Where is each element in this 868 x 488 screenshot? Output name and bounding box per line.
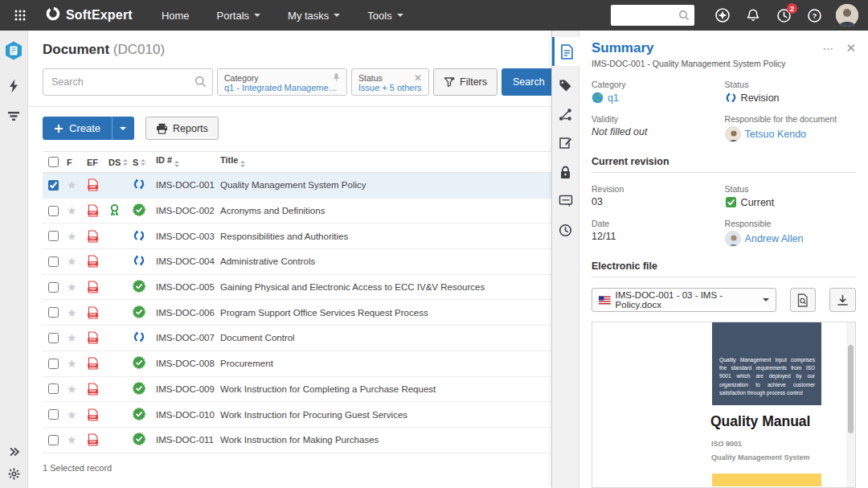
row-checkbox[interactable]	[48, 256, 59, 267]
pdf-file-icon[interactable]: PDF	[87, 331, 108, 344]
filter-lines-icon[interactable]	[7, 111, 20, 121]
favorite-star-icon[interactable]: ★	[67, 179, 77, 191]
favorite-star-icon[interactable]: ★	[67, 434, 77, 445]
file-select-dropdown[interactable]: IMS-DOC-001 - 03 - IMS - Policy.docx	[592, 288, 776, 312]
panel-content: Summary ⋯ ✕ IMS-DOC-001 - Quality Manage…	[579, 31, 868, 488]
pdf-file-icon[interactable]: PDF	[87, 383, 108, 396]
column-id[interactable]: ID #	[156, 155, 220, 170]
pdf-file-icon[interactable]: PDF	[87, 230, 108, 243]
tab-summary-document-icon[interactable]	[552, 37, 579, 66]
favorite-star-icon[interactable]: ★	[67, 307, 77, 318]
create-split-button: Create	[43, 117, 134, 140]
menu-tools[interactable]: Tools	[356, 0, 414, 31]
document-id: IMS-DOC-002	[156, 206, 220, 215]
expand-rail-icon[interactable]	[9, 447, 20, 457]
pinned-filter-icon	[333, 73, 340, 82]
menu-my-tasks[interactable]: My tasks	[276, 0, 351, 31]
explore-icon[interactable]	[707, 0, 738, 31]
select-all-checkbox[interactable]	[48, 157, 59, 167]
create-dropdown-button[interactable]	[112, 117, 134, 140]
apps-grid-icon[interactable]	[10, 5, 31, 26]
preview-scrollbar-thumb[interactable]	[848, 345, 854, 433]
sort-icon	[174, 158, 179, 170]
help-icon[interactable]: ?	[799, 0, 829, 31]
pdf-file-icon[interactable]: PDF	[87, 357, 108, 370]
column-favorite[interactable]: F	[67, 158, 87, 167]
tab-history-icon[interactable]	[552, 215, 579, 244]
pdf-file-icon[interactable]: PDF	[87, 306, 108, 319]
document-search-input[interactable]	[43, 68, 213, 96]
panel-close-icon[interactable]: ✕	[845, 41, 856, 55]
category-link[interactable]: q1	[608, 92, 619, 104]
field-date: Date 12/11	[592, 219, 717, 247]
pending-tasks-icon[interactable]: 2	[768, 0, 799, 31]
favorite-star-icon[interactable]: ★	[67, 383, 77, 395]
row-checkbox[interactable]	[48, 307, 59, 318]
row-checkbox[interactable]	[48, 180, 59, 191]
filters-button[interactable]: Filters	[433, 68, 497, 96]
file-download-button[interactable]	[829, 288, 856, 312]
favorite-star-icon[interactable]: ★	[67, 409, 77, 420]
document-id: IMS-DOC-010	[156, 410, 220, 420]
document-module-icon[interactable]	[3, 40, 24, 61]
revision-responsible-link[interactable]: Andrew Allen	[745, 233, 804, 244]
create-button[interactable]: Create	[43, 117, 112, 140]
download-icon	[837, 294, 849, 306]
row-checkbox[interactable]	[48, 383, 59, 394]
favorite-star-icon[interactable]: ★	[67, 332, 77, 343]
menu-home[interactable]: Home	[150, 0, 201, 31]
favorite-star-icon[interactable]: ★	[67, 256, 77, 267]
favorite-star-icon[interactable]: ★	[67, 231, 77, 242]
page-code: (DC010)	[113, 42, 165, 57]
row-checkbox[interactable]	[48, 206, 59, 216]
softexpert-brand[interactable]: SoftExpert	[45, 6, 133, 25]
column-document-status[interactable]: DS	[108, 157, 133, 168]
remove-filter-icon[interactable]: ✕	[414, 74, 422, 82]
column-electronic-file[interactable]: EF	[87, 158, 108, 167]
row-checkbox[interactable]	[48, 282, 59, 293]
pdf-file-icon[interactable]: PDF	[87, 433, 108, 446]
row-checkbox[interactable]	[48, 435, 59, 445]
pdf-file-icon[interactable]: PDF	[87, 255, 108, 268]
electronic-file-row: IMS-DOC-001 - 03 - IMS - Policy.docx	[592, 288, 856, 312]
tab-security-lock-icon[interactable]	[552, 158, 579, 187]
tab-relationships-icon[interactable]	[552, 100, 579, 129]
chip-category-value: q1 - Integrated Management ...	[224, 83, 340, 92]
document-id: IMS-DOC-008	[156, 359, 220, 368]
favorite-star-icon[interactable]: ★	[67, 358, 77, 369]
search-button[interactable]: Search	[502, 68, 556, 96]
tab-comments-icon[interactable]	[552, 187, 579, 215]
row-checkbox[interactable]	[48, 359, 59, 369]
settings-gear-icon[interactable]	[8, 468, 20, 480]
notifications-bell-icon[interactable]	[738, 0, 768, 31]
field-responsible-document: Responsible for the document Tetsuo Kend…	[725, 114, 856, 142]
row-checkbox[interactable]	[48, 333, 59, 343]
filter-chip-status[interactable]: Status ✕ Issue + 5 others	[351, 68, 429, 96]
responsible-document-link[interactable]: Tetsuo Kendo	[745, 129, 806, 140]
column-status[interactable]: S	[133, 157, 156, 168]
menu-portals[interactable]: Portals	[206, 0, 272, 31]
category-globe-icon	[592, 92, 604, 104]
row-checkbox[interactable]	[48, 409, 59, 420]
pdf-file-icon[interactable]: PDF	[87, 281, 108, 293]
electronic-file-heading: Electronic file	[592, 260, 856, 272]
status-value: Revision	[741, 92, 780, 104]
pdf-file-icon[interactable]: PDF	[87, 408, 108, 421]
panel-more-icon[interactable]: ⋯	[822, 42, 834, 55]
document-preview[interactable]: Quality Management input comprises the s…	[592, 322, 856, 488]
quick-actions-icon[interactable]	[8, 79, 19, 93]
status-revision-icon	[133, 178, 145, 192]
filter-chip-category[interactable]: Category q1 - Integrated Management ...	[217, 68, 347, 96]
favorite-star-icon[interactable]: ★	[67, 205, 77, 216]
user-avatar[interactable]	[836, 4, 858, 27]
favorite-star-icon[interactable]: ★	[67, 281, 77, 293]
tasks-badge: 2	[787, 3, 797, 14]
pdf-file-icon[interactable]: PDF	[87, 178, 108, 191]
us-flag-icon	[599, 296, 611, 305]
reports-button[interactable]: Reports	[145, 117, 219, 140]
tab-tags-icon[interactable]	[552, 71, 579, 100]
tab-edit-document-icon[interactable]	[552, 129, 579, 158]
pdf-file-icon[interactable]: PDF	[87, 204, 108, 217]
row-checkbox[interactable]	[48, 231, 59, 241]
file-preview-button[interactable]	[790, 288, 817, 312]
